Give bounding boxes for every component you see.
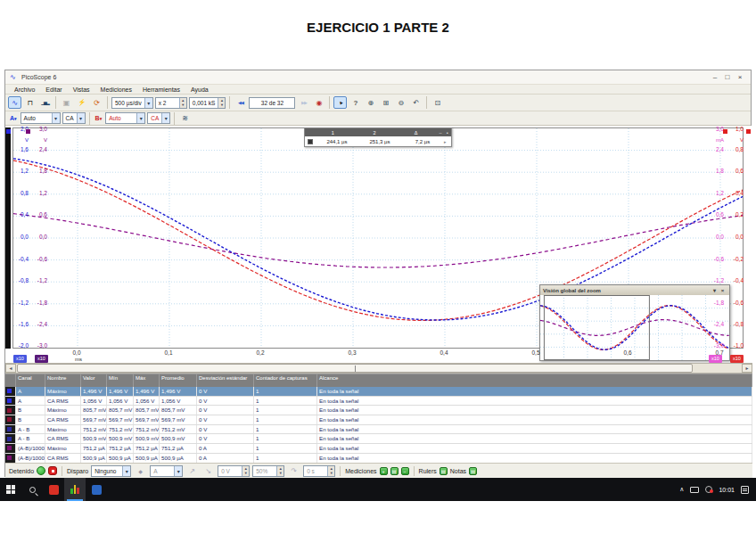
samples-spinner[interactable]: 0,001 kS ▲▼ (189, 97, 226, 109)
restore-button[interactable]: □ (721, 73, 734, 81)
table-cell-valor: 500,9 mV (81, 434, 107, 443)
ruler-checkbox[interactable] (308, 139, 313, 144)
scroll-right-icon[interactable] (742, 364, 752, 373)
stop-button[interactable] (48, 466, 57, 475)
action-center-icon[interactable] (741, 486, 749, 494)
add-measurement-button[interactable]: + (380, 467, 388, 475)
horizontal-zoom-spinner[interactable]: x 2 ▲▼ (155, 97, 187, 109)
refresh-button[interactable] (90, 96, 103, 109)
taskbar-app-picoscope[interactable] (64, 478, 86, 501)
minimize-icon[interactable]: – (437, 130, 444, 136)
trigger-source-select[interactable]: A ▾ (150, 465, 183, 477)
minimize-button[interactable]: – (709, 73, 721, 81)
display-icon[interactable] (690, 487, 699, 493)
rising-edge-icon[interactable] (185, 464, 199, 477)
close-icon[interactable]: × (719, 288, 727, 293)
table-header-cell: Promedio (160, 374, 197, 387)
signal-generator-button[interactable] (178, 112, 192, 125)
copy-view-button[interactable] (60, 96, 73, 109)
table-row[interactable]: (A-B)/1000Máximo751,2 µA751,2 µA751,2 µA… (5, 444, 752, 454)
close-icon[interactable]: ▪ (444, 130, 451, 136)
start-menu-button[interactable] (0, 478, 21, 501)
notes-button[interactable]: ▤ (469, 467, 477, 475)
clock[interactable]: 10:01 (719, 487, 735, 493)
trigger-label: Disparo (67, 468, 88, 474)
menu-item-herramientas[interactable]: Herramientas (143, 86, 180, 93)
menu-item-archivo[interactable]: Archivo (14, 86, 35, 93)
y-axis-unit: V (726, 136, 744, 144)
previous-buffer-button[interactable] (234, 96, 247, 109)
menu-item-mediciones[interactable]: Mediciones (101, 86, 132, 93)
scale-badge[interactable]: x10 (730, 355, 744, 363)
spinner-arrows-icon[interactable]: ▲▼ (179, 98, 186, 108)
scale-badge[interactable]: x10 (13, 355, 27, 363)
taskbar-search-button[interactable] (21, 478, 43, 501)
taskbar-app-blue[interactable] (86, 478, 107, 501)
tray-expand-icon[interactable]: ∧ (679, 486, 684, 493)
channel-a-range-value: Auto (21, 115, 52, 121)
scroll-left-icon[interactable] (5, 364, 16, 373)
table-row[interactable]: (A-B)/1000CA RMS500,9 µA500,9 µA500,9 µA… (5, 454, 752, 464)
zoom-overview-titlebar[interactable]: Visión global del zoom ▾ × (540, 285, 729, 295)
spinner-arrows-icon[interactable]: ▲▼ (327, 466, 334, 476)
table-row[interactable]: BCA RMS569,7 mV569,7 mV569,7 mV569,7 mV0… (5, 415, 752, 425)
table-row[interactable]: BMáximo805,7 mV805,7 mV805,7 mV805,7 mV0… (5, 406, 752, 415)
pretrigger-spinner[interactable]: 50% ▲▼ (252, 465, 284, 477)
table-row[interactable]: AMáximo1,496 V1,496 V1,496 V1,496 V0 V1E… (5, 387, 752, 397)
close-button[interactable]: × (734, 73, 746, 81)
scale-badge[interactable]: x10 (35, 355, 48, 363)
menu-item-vistas[interactable]: Vistas (73, 86, 90, 93)
persistence-view-button[interactable] (23, 96, 37, 109)
ruler1-header: 1 (312, 130, 354, 136)
taskbar-app-red[interactable] (43, 478, 64, 501)
timebase-select[interactable]: 500 µs/div ▾ (111, 97, 153, 109)
channel-a-range-select[interactable]: Auto ▾ (21, 112, 61, 124)
edit-measurement-button[interactable]: ▤ (390, 467, 399, 475)
channel-b-coupling-select[interactable]: CA ▾ (147, 112, 170, 124)
capture-status: Detenido (9, 468, 34, 474)
buffer-actions-button[interactable] (312, 96, 325, 109)
zoom-full-button[interactable] (431, 96, 444, 109)
ruler-legend[interactable]: 1 2 Δ – ▪ 244,1 µs 251,3 µs 7,2 µs ▸ (304, 127, 452, 147)
rulers-button[interactable]: ▤ (440, 467, 448, 475)
menu-item-ayuda[interactable]: Ayuda (191, 86, 209, 93)
probe-button[interactable] (75, 96, 88, 109)
start-button[interactable] (37, 466, 45, 475)
y-axis-unit: mA (706, 136, 724, 144)
zoom-in-tool[interactable] (364, 96, 377, 109)
spinner-arrows-icon[interactable]: ▲▼ (242, 466, 249, 476)
menu-item-editar[interactable]: Editar (45, 86, 62, 93)
table-row[interactable]: A - BCA RMS500,9 mV500,9 mV500,9 mV500,9… (5, 434, 752, 444)
undo-zoom-button[interactable] (409, 96, 423, 109)
table-row[interactable]: ACA RMS1,056 V1,056 V1,056 V1,056 V0 V1E… (5, 397, 752, 407)
spinner-arrows-icon[interactable]: ▲▼ (276, 466, 284, 476)
trigger-level-spinner[interactable]: 0 V ▲▼ (218, 465, 250, 477)
channel-a-button[interactable]: A▾ (8, 115, 19, 121)
notification-dot-icon[interactable] (705, 486, 712, 493)
scope-view-button[interactable] (8, 96, 21, 109)
next-buffer-button[interactable] (297, 96, 310, 109)
window-zoom-tool[interactable] (379, 96, 392, 109)
normal-selection-tool[interactable] (333, 96, 347, 109)
falling-edge-icon[interactable] (201, 464, 215, 477)
window-titlebar[interactable]: PicoScope 6 – □ × (5, 70, 751, 84)
scale-badge[interactable]: x10 (709, 355, 722, 363)
spinner-arrows-icon[interactable]: ▲▼ (218, 98, 225, 108)
delay-spinner[interactable]: 0 s ▲▼ (303, 465, 335, 477)
scroll-arrow-icon[interactable]: ▸ (444, 139, 451, 144)
channel-b-range-select[interactable]: Auto ▾ (105, 112, 145, 124)
x-axis-tick: 0,1 (158, 349, 179, 356)
chevron-down-icon[interactable]: ▾ (711, 287, 719, 293)
channel-a-coupling-select[interactable]: CA ▾ (62, 112, 86, 124)
delete-measurement-button[interactable]: − (401, 467, 409, 475)
zoom-out-tool[interactable] (394, 96, 407, 109)
toolbar-separator (329, 96, 330, 109)
horizontal-scrollbar[interactable] (5, 363, 752, 374)
spectrum-view-button[interactable] (38, 96, 52, 109)
y-axis-tick: -3,0 (29, 342, 47, 349)
help-tool[interactable] (349, 96, 362, 109)
table-row[interactable]: A - BMáximo751,2 mV751,2 mV751,2 mV751,2… (5, 425, 752, 435)
channel-b-button[interactable]: B▾ (94, 115, 104, 121)
trigger-mode-select[interactable]: Ninguno ▾ (91, 465, 131, 477)
scrollbar-thumb[interactable] (17, 364, 693, 373)
